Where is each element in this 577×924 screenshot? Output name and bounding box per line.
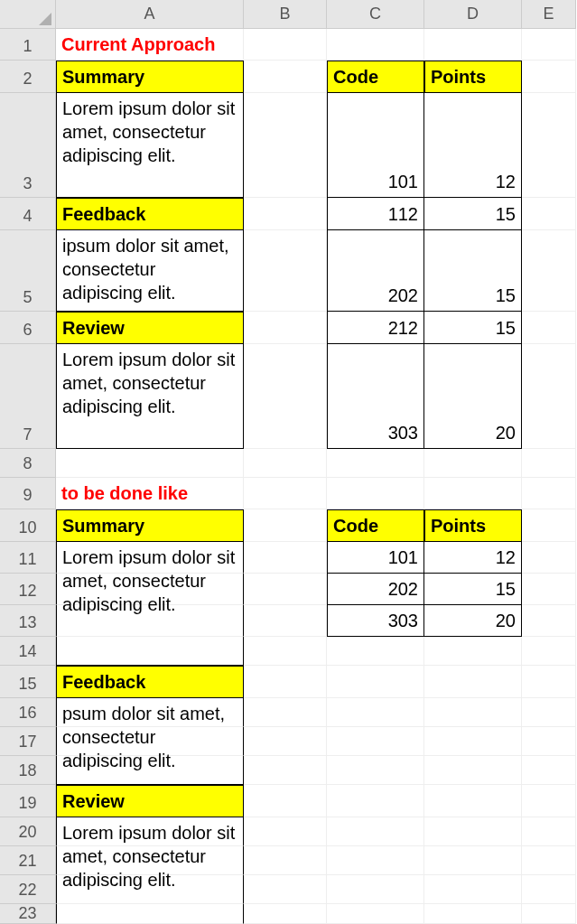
- cell-D14[interactable]: [424, 637, 522, 666]
- cell-C9[interactable]: [327, 478, 424, 509]
- cell-C18[interactable]: [327, 756, 424, 785]
- cell-D19[interactable]: [424, 785, 522, 817]
- cell-E11[interactable]: [522, 542, 576, 574]
- cell-E8[interactable]: [522, 449, 576, 478]
- cell-C8[interactable]: [327, 449, 424, 478]
- cell-B7[interactable]: [244, 344, 327, 449]
- cell-E20[interactable]: [522, 817, 576, 846]
- cell-B14[interactable]: [244, 637, 327, 666]
- cell-A15[interactable]: Feedback: [56, 666, 244, 698]
- cell-C2[interactable]: Code: [327, 61, 424, 93]
- cell-C10[interactable]: Code: [327, 509, 424, 542]
- cell-C7[interactable]: 303: [327, 344, 424, 449]
- row-header-2[interactable]: 2: [0, 61, 56, 93]
- cell-D11[interactable]: 12: [424, 542, 522, 574]
- cell-B21[interactable]: [244, 846, 327, 875]
- cell-E1[interactable]: [522, 29, 576, 61]
- cell-B12[interactable]: [244, 574, 327, 605]
- cell-A23[interactable]: [56, 904, 244, 924]
- cell-D10[interactable]: Points: [424, 509, 522, 542]
- cell-E7[interactable]: [522, 344, 576, 449]
- cell-B11[interactable]: [244, 542, 327, 574]
- cell-E21[interactable]: [522, 846, 576, 875]
- cell-B10[interactable]: [244, 509, 327, 542]
- cell-E3[interactable]: [522, 93, 576, 198]
- cell-A7[interactable]: Lorem ipsum dolor sit amet, consectetur …: [56, 344, 244, 449]
- cell-E4[interactable]: [522, 198, 576, 230]
- cell-B16[interactable]: [244, 698, 327, 727]
- cell-A14[interactable]: [56, 637, 244, 666]
- cell-E13[interactable]: [522, 605, 576, 637]
- cell-A16[interactable]: psum dolor sit amet, consectetur adipisc…: [56, 698, 244, 727]
- cell-D21[interactable]: [424, 846, 522, 875]
- cell-A8[interactable]: [56, 449, 244, 478]
- cell-C20[interactable]: [327, 817, 424, 846]
- cell-A6[interactable]: Review: [56, 312, 244, 344]
- cell-E5[interactable]: [522, 230, 576, 312]
- select-all-corner[interactable]: [0, 0, 56, 29]
- cell-D8[interactable]: [424, 449, 522, 478]
- cell-D16[interactable]: [424, 698, 522, 727]
- row-header-11[interactable]: 11: [0, 542, 56, 574]
- cell-C13[interactable]: 303: [327, 605, 424, 637]
- cell-C4[interactable]: 112: [327, 198, 424, 230]
- cell-A13[interactable]: [56, 605, 244, 637]
- cell-E6[interactable]: [522, 312, 576, 344]
- cell-D4[interactable]: 15: [424, 198, 522, 230]
- cell-D18[interactable]: [424, 756, 522, 785]
- row-header-5[interactable]: 5: [0, 230, 56, 312]
- row-header-15[interactable]: 15: [0, 666, 56, 698]
- row-header-4[interactable]: 4: [0, 198, 56, 230]
- cell-D7[interactable]: 20: [424, 344, 522, 449]
- cell-C6[interactable]: 212: [327, 312, 424, 344]
- cell-B18[interactable]: [244, 756, 327, 785]
- row-header-8[interactable]: 8: [0, 449, 56, 478]
- cell-A12[interactable]: [56, 574, 244, 605]
- cell-E15[interactable]: [522, 666, 576, 698]
- spreadsheet-grid[interactable]: A B C D E 1 Current Approach 2 Summary C…: [0, 0, 577, 924]
- row-header-14[interactable]: 14: [0, 637, 56, 666]
- cell-C22[interactable]: [327, 875, 424, 904]
- cell-C17[interactable]: [327, 727, 424, 756]
- cell-C1[interactable]: [327, 29, 424, 61]
- cell-A2[interactable]: Summary: [56, 61, 244, 93]
- cell-A22[interactable]: [56, 875, 244, 904]
- row-header-13[interactable]: 13: [0, 605, 56, 637]
- cell-D17[interactable]: [424, 727, 522, 756]
- cell-B13[interactable]: [244, 605, 327, 637]
- row-header-22[interactable]: 22: [0, 875, 56, 904]
- cell-A5[interactable]: ipsum dolor sit amet, consectetur adipis…: [56, 230, 244, 312]
- cell-A3[interactable]: Lorem ipsum dolor sit amet, consectetur …: [56, 93, 244, 198]
- cell-C5[interactable]: 202: [327, 230, 424, 312]
- cell-A18[interactable]: [56, 756, 244, 785]
- cell-A9[interactable]: to be done like: [56, 478, 244, 509]
- cell-E2[interactable]: [522, 61, 576, 93]
- cell-D9[interactable]: [424, 478, 522, 509]
- cell-B19[interactable]: [244, 785, 327, 817]
- cell-C11[interactable]: 101: [327, 542, 424, 574]
- cell-B6[interactable]: [244, 312, 327, 344]
- cell-C3[interactable]: 101: [327, 93, 424, 198]
- cell-E17[interactable]: [522, 727, 576, 756]
- cell-B5[interactable]: [244, 230, 327, 312]
- cell-B15[interactable]: [244, 666, 327, 698]
- cell-A19[interactable]: Review: [56, 785, 244, 817]
- cell-D5[interactable]: 15: [424, 230, 522, 312]
- cell-B22[interactable]: [244, 875, 327, 904]
- cell-A1[interactable]: Current Approach: [56, 29, 244, 61]
- cell-A17[interactable]: [56, 727, 244, 756]
- cell-C16[interactable]: [327, 698, 424, 727]
- row-header-19[interactable]: 19: [0, 785, 56, 817]
- cell-A20[interactable]: Lorem ipsum dolor sit amet, consectetur …: [56, 817, 244, 846]
- cell-A21[interactable]: [56, 846, 244, 875]
- cell-E10[interactable]: [522, 509, 576, 542]
- cell-D6[interactable]: 15: [424, 312, 522, 344]
- row-header-9[interactable]: 9: [0, 478, 56, 509]
- row-header-17[interactable]: 17: [0, 727, 56, 756]
- cell-B4[interactable]: [244, 198, 327, 230]
- cell-A4[interactable]: Feedback: [56, 198, 244, 230]
- cell-B2[interactable]: [244, 61, 327, 93]
- cell-D1[interactable]: [424, 29, 522, 61]
- col-header-E[interactable]: E: [522, 0, 576, 29]
- row-header-23[interactable]: 23: [0, 904, 56, 924]
